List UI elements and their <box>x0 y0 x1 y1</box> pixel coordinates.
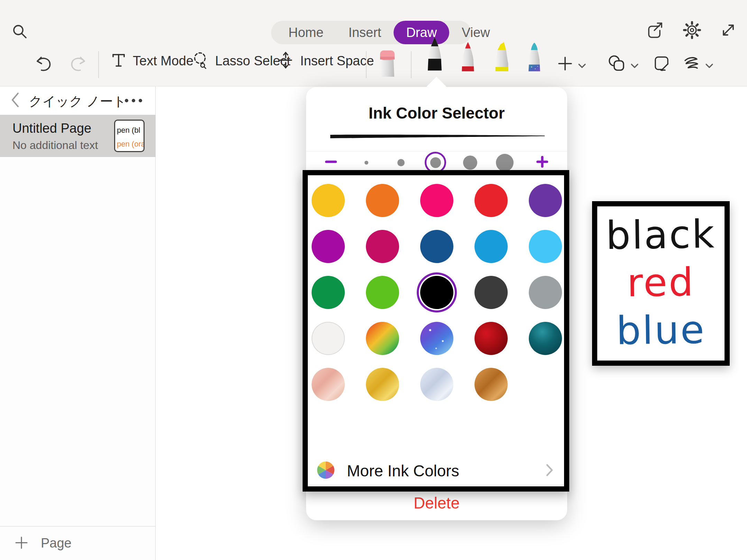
ink-annotate-button[interactable] <box>652 54 672 75</box>
delete-pen-button[interactable]: Delete <box>306 494 567 512</box>
share-icon <box>645 20 665 41</box>
size-dot <box>463 156 477 170</box>
ink-to-text-chevron[interactable] <box>704 62 714 72</box>
highlighter-tool[interactable] <box>492 41 512 79</box>
galaxy-pencil-tool[interactable] <box>524 41 544 79</box>
redo-button[interactable] <box>68 55 88 75</box>
increase-size-button[interactable] <box>534 154 551 171</box>
page-list-item-selected[interactable]: Untitled Page No additional text pen (bl… <box>0 115 156 157</box>
search-button[interactable] <box>10 23 30 42</box>
minus-icon <box>323 154 339 171</box>
fullscreen-button[interactable] <box>719 20 738 41</box>
lasso-icon <box>191 51 210 71</box>
add-page-button[interactable]: Page <box>0 526 156 560</box>
handwritten-ink-words: blackredblue <box>597 206 725 361</box>
galaxy-pencil-icon <box>524 73 544 78</box>
shapes-chevron[interactable] <box>629 62 640 72</box>
plus-icon <box>535 154 550 171</box>
lasso-select-button[interactable]: Lasso Select <box>191 44 290 77</box>
thumbnail-ink-text: pen (bl <box>117 123 142 137</box>
add-pen-chevron[interactable] <box>577 62 587 72</box>
size-dot <box>496 154 514 171</box>
top-toolbar: Home Insert Draw View <box>0 0 747 86</box>
window-actions <box>645 20 738 41</box>
scribble-icon <box>683 55 701 75</box>
expand-icon <box>719 20 738 41</box>
popup-arrow <box>426 77 447 87</box>
red-pen-icon <box>458 73 478 78</box>
red-pen-tool[interactable] <box>458 41 478 79</box>
ink-annotate-icon <box>652 54 672 75</box>
settings-gear-icon <box>682 20 702 41</box>
redo-icon <box>69 55 87 75</box>
size-dot <box>365 161 368 165</box>
plus-icon <box>14 535 29 552</box>
page-thumbnail: pen (blpen (ora <box>114 120 145 152</box>
undo-button[interactable] <box>34 55 53 75</box>
add-page-label: Page <box>41 536 72 551</box>
sidebar-menu-button[interactable] <box>121 95 146 106</box>
text-mode-label: Text Mode <box>133 54 193 68</box>
highlighter-icon <box>492 73 512 78</box>
chevron-down-icon <box>705 62 714 71</box>
eraser-icon <box>377 73 398 78</box>
toolbar-divider <box>98 51 99 78</box>
text-mode-button[interactable]: Text Mode <box>110 44 193 77</box>
page-subtitle: No additional text <box>12 139 98 152</box>
black-pen-tool-selected[interactable] <box>423 36 446 79</box>
toolbar-divider <box>411 51 412 78</box>
page-title: Untitled Page <box>12 121 91 136</box>
ink-to-text-button[interactable] <box>682 55 702 75</box>
insert-space-icon <box>277 51 295 71</box>
popup-title: Ink Color Selector <box>306 104 567 122</box>
tab-home[interactable]: Home <box>276 21 336 44</box>
shapes-icon <box>607 54 627 75</box>
tab-insert[interactable]: Insert <box>336 21 394 44</box>
page-list-sidebar: クイック ノート Untitled Page No additional tex… <box>0 86 156 560</box>
thumbnail-ink-text: pen (ora <box>117 137 142 151</box>
add-pen-button[interactable] <box>556 55 574 73</box>
annotation-box-color-grid <box>303 170 569 492</box>
text-mode-icon <box>110 52 127 70</box>
toolbar-divider <box>366 51 367 78</box>
undo-icon <box>35 55 53 75</box>
ellipsis-icon <box>125 99 128 102</box>
onenote-draw-screen: Home Insert Draw View <box>0 0 747 560</box>
chevron-down-icon <box>630 62 639 71</box>
insert-space-button[interactable]: Insert Space <box>277 44 374 77</box>
insert-space-label: Insert Space <box>300 54 374 68</box>
sidebar-header: クイック ノート <box>0 86 155 115</box>
eraser-tool[interactable] <box>377 43 398 79</box>
size-dot <box>430 157 441 168</box>
divider <box>306 151 567 151</box>
stroke-preview <box>330 131 545 143</box>
share-button[interactable] <box>645 20 665 41</box>
size-dot <box>397 159 405 166</box>
search-icon <box>11 23 29 42</box>
chevron-down-icon <box>578 62 587 71</box>
plus-icon <box>557 55 573 73</box>
decrease-size-button[interactable] <box>323 154 339 171</box>
annotation-box-ink-words: blackredblue <box>592 201 730 366</box>
settings-button[interactable] <box>682 20 702 41</box>
ink-word-blue: blue <box>616 306 706 355</box>
ink-word-red: red <box>627 258 695 307</box>
ink-word-black: black <box>606 211 716 260</box>
shapes-button[interactable] <box>607 54 627 75</box>
